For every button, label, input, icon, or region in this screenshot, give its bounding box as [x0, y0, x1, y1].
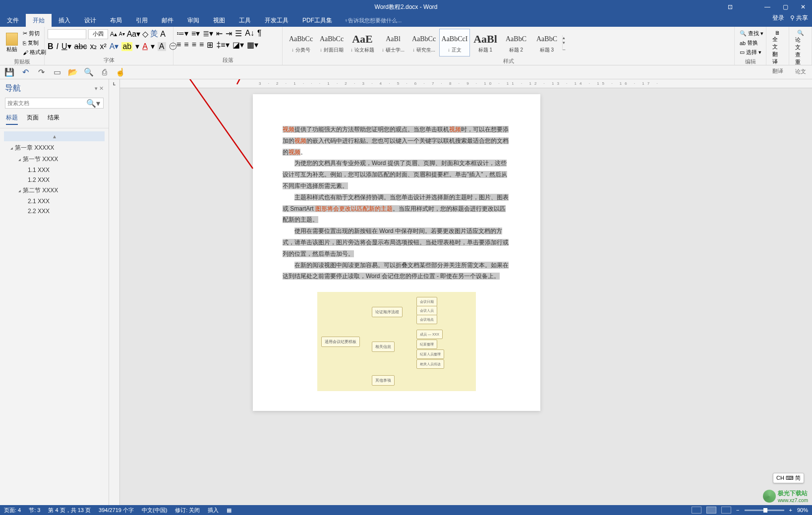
style-item[interactable]: AaBbCc↓ 研究生... — [408, 29, 439, 57]
status-track[interactable]: 修订: 关闭 — [175, 507, 200, 514]
find-button[interactable]: 🔍 查找 ▾ — [738, 29, 765, 38]
maximize-button[interactable]: ▢ — [776, 0, 794, 14]
style-item[interactable]: AaBbC标题 2 — [501, 29, 531, 57]
nav-search[interactable]: 🔍▾ — [5, 98, 104, 109]
nav-tree-item[interactable]: 第一章 XXXXX — [0, 142, 109, 154]
styles-gallery[interactable]: AaBbCc↓ 分类号AaBbCc↓ 封面日期AaE↓ 论文标题AaBl↓ 硕士… — [286, 29, 731, 57]
styles-more-button[interactable]: ▴▾⎯ — [562, 35, 570, 50]
view-web-icon[interactable] — [721, 507, 731, 514]
status-language[interactable]: 中文(中国) — [142, 507, 167, 514]
cut-button[interactable]: ✂剪切 — [21, 29, 48, 38]
shading-button[interactable]: ◪▾ — [232, 40, 244, 50]
nav-tab-results[interactable]: 结果 — [48, 114, 59, 125]
underline-button[interactable]: U▾ — [61, 42, 71, 51]
document-area[interactable]: L 3 · 2 · 1 · · · 1 · 2 · 3 · 4 · 5 · 6 … — [109, 79, 812, 505]
view-read-icon[interactable] — [692, 507, 701, 514]
char-shading-button[interactable]: A — [158, 42, 166, 51]
highlight-button[interactable]: ab — [121, 42, 132, 51]
change-case-icon[interactable]: Aa▾ — [127, 29, 141, 39]
document-page[interactable]: 视频提供了功能强大的方法帮助您证明您的观点。当您单击联机视频时，可以在想要添加的… — [253, 94, 540, 411]
format-painter-button[interactable]: 🖌格式刷 — [21, 48, 48, 57]
tab-file[interactable]: 文件 — [0, 14, 26, 27]
preview-icon[interactable]: 🔍 — [84, 68, 93, 77]
tab-mailings[interactable]: 邮件 — [155, 14, 180, 27]
justify-button[interactable]: ≡ — [199, 40, 204, 50]
touch-icon[interactable]: ☝ — [116, 68, 125, 77]
ime-indicator[interactable]: CH ⌨ 简 — [773, 473, 804, 483]
tab-developer[interactable]: 开发工具 — [258, 14, 295, 27]
print-icon[interactable]: ⎙ — [100, 68, 109, 77]
style-item[interactable]: AaBbCcI↓ 正文 — [439, 29, 470, 57]
paper-check-button[interactable]: 🔍 论文查重 — [792, 29, 809, 67]
nav-tab-headings[interactable]: 标题 — [6, 114, 18, 125]
superscript-button[interactable]: x² — [100, 42, 106, 51]
show-marks-button[interactable]: ¶ — [257, 29, 262, 38]
search-icon[interactable]: 🔍▾ — [83, 99, 103, 108]
zoom-level[interactable]: 90% — [797, 507, 808, 513]
strikethrough-button[interactable]: abc — [74, 42, 87, 51]
zoom-slider[interactable] — [745, 510, 784, 511]
style-item[interactable]: AaBl标题 1 — [470, 29, 501, 57]
view-print-icon[interactable] — [706, 507, 716, 514]
tab-view[interactable]: 视图 — [206, 14, 232, 27]
tab-insert[interactable]: 插入 — [52, 14, 77, 27]
phonetic-icon[interactable]: 羙 — [150, 29, 158, 39]
new-icon[interactable]: ▭ — [53, 68, 61, 77]
zoom-out-button[interactable]: − — [736, 507, 739, 513]
char-border-icon[interactable]: A — [160, 30, 166, 39]
sort-asc-icon[interactable]: A↓ — [245, 29, 254, 38]
undo-icon[interactable]: ↶ — [21, 68, 30, 77]
status-words[interactable]: 394/2719 个字 — [99, 507, 134, 514]
select-button[interactable]: ▭ 选择 ▾ — [738, 48, 763, 57]
italic-button[interactable]: I — [57, 42, 58, 51]
status-page[interactable]: 页面: 4 — [4, 507, 21, 514]
tab-design[interactable]: 设计 — [77, 14, 103, 27]
style-item[interactable]: AaBbCc↓ 封面日期 — [316, 29, 347, 57]
numbering-button[interactable]: ≡▾ — [191, 29, 200, 38]
style-item[interactable]: AaBbCc↓ 分类号 — [286, 29, 316, 57]
align-right-button[interactable]: ≡ — [192, 40, 196, 50]
smart-box-icon[interactable]: ⊡ — [728, 3, 733, 10]
bold-button[interactable]: B — [48, 42, 54, 51]
nav-tree-item[interactable]: 2.1 XXX — [0, 196, 109, 206]
tab-references[interactable]: 引用 — [129, 14, 155, 27]
zoom-in-button[interactable]: + — [789, 507, 792, 513]
minimize-button[interactable]: — — [758, 0, 776, 14]
bullets-button[interactable]: ≔▾ — [176, 29, 188, 38]
nav-search-input[interactable] — [5, 100, 83, 106]
close-button[interactable]: ✕ — [794, 0, 812, 14]
tab-tools[interactable]: 工具 — [232, 14, 258, 27]
nav-tree-item[interactable]: 1.2 XXX — [0, 175, 109, 185]
clear-format-icon[interactable]: ◇ — [142, 29, 148, 39]
status-section[interactable]: 节: 3 — [29, 507, 40, 514]
tab-pdf[interactable]: PDF工具集 — [295, 14, 339, 27]
align-left-button[interactable]: ≡ — [176, 40, 181, 50]
nav-tree-item[interactable]: 2.2 XXX — [0, 206, 109, 216]
nav-tree-item[interactable]: 第一节 XXXX — [0, 154, 109, 165]
font-family-input[interactable] — [48, 29, 86, 39]
decrease-indent-button[interactable]: ⇤ — [216, 29, 223, 38]
nav-collapse-bar[interactable]: ▴ — [4, 131, 105, 141]
paste-button[interactable]: 粘贴 — [3, 32, 21, 54]
nav-tab-pages[interactable]: 页面 — [27, 114, 39, 125]
style-item[interactable]: AaE↓ 论文标题 — [347, 29, 378, 57]
open-icon[interactable]: 📂 — [68, 68, 77, 77]
increase-indent-button[interactable]: ⇥ — [226, 29, 232, 38]
nav-close-icon[interactable]: ▾ ✕ — [95, 85, 104, 92]
borders-button[interactable]: ▦▾ — [247, 40, 258, 50]
line-spacing-button[interactable]: ‡≡▾ — [216, 40, 229, 50]
share-button[interactable]: ⚲ 共享 — [790, 14, 808, 22]
horizontal-ruler[interactable]: 3 · 2 · 1 · · · 1 · 2 · 3 · 4 · 5 · 6 · … — [120, 79, 812, 88]
status-insert[interactable]: 插入 — [208, 507, 219, 514]
shrink-font-icon[interactable]: A▾ — [119, 31, 125, 37]
tab-layout[interactable]: 布局 — [103, 14, 129, 27]
subscript-button[interactable]: x₂ — [90, 42, 97, 51]
vertical-ruler[interactable] — [109, 85, 120, 505]
replace-button[interactable]: ab 替换 — [738, 38, 760, 48]
multilevel-button[interactable]: ≣▾ — [203, 29, 213, 38]
redo-icon[interactable]: ↷ — [37, 68, 46, 77]
nav-tree-item[interactable]: 1.1 XXX — [0, 165, 109, 175]
tab-home[interactable]: 开始 — [26, 14, 52, 27]
font-color-button[interactable]: A — [142, 42, 148, 51]
macro-icon[interactable]: ▦ — [227, 507, 232, 514]
